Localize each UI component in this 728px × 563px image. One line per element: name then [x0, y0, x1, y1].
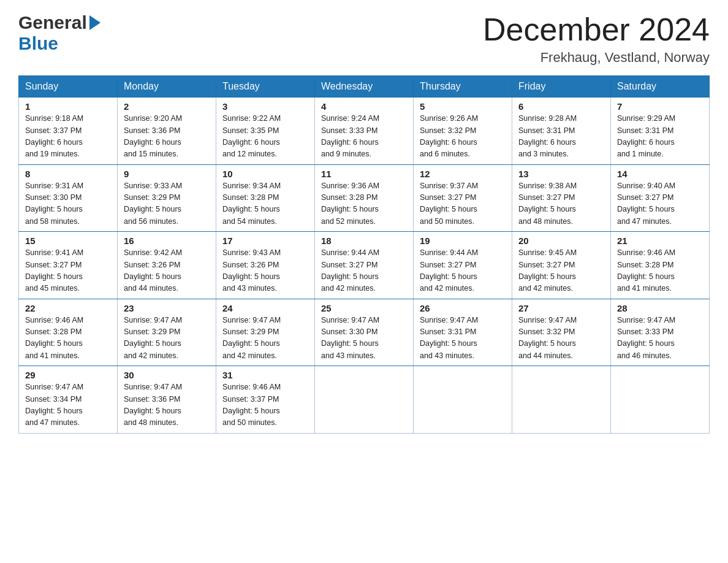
day-info: Sunrise: 9:22 AMSunset: 3:35 PMDaylight:… — [222, 113, 308, 161]
day-info: Sunrise: 9:44 AMSunset: 3:27 PMDaylight:… — [321, 247, 407, 295]
week-row-4: 22 Sunrise: 9:46 AMSunset: 3:28 PMDaylig… — [19, 299, 710, 366]
calendar-cell: 8 Sunrise: 9:31 AMSunset: 3:30 PMDayligh… — [19, 164, 118, 232]
day-info: Sunrise: 9:46 AMSunset: 3:37 PMDaylight:… — [222, 381, 308, 429]
calendar-cell: 13 Sunrise: 9:38 AMSunset: 3:27 PMDaylig… — [512, 164, 611, 232]
calendar-cell: 26 Sunrise: 9:47 AMSunset: 3:31 PMDaylig… — [414, 299, 512, 366]
logo: General Blue — [18, 12, 102, 54]
calendar-cell: 12 Sunrise: 9:37 AMSunset: 3:27 PMDaylig… — [414, 164, 512, 232]
calendar-cell: 7 Sunrise: 9:29 AMSunset: 3:31 PMDayligh… — [611, 98, 710, 165]
day-number: 31 — [222, 370, 308, 380]
day-info: Sunrise: 9:24 AMSunset: 3:33 PMDaylight:… — [321, 113, 407, 161]
day-info: Sunrise: 9:20 AMSunset: 3:36 PMDaylight:… — [124, 113, 210, 161]
day-number: 11 — [321, 169, 407, 179]
calendar-cell: 28 Sunrise: 9:47 AMSunset: 3:33 PMDaylig… — [611, 299, 710, 366]
day-header-wednesday: Wednesday — [315, 76, 414, 98]
day-info: Sunrise: 9:29 AMSunset: 3:31 PMDaylight:… — [617, 113, 703, 161]
day-number: 7 — [617, 101, 703, 112]
week-row-3: 15 Sunrise: 9:41 AMSunset: 3:27 PMDaylig… — [19, 232, 710, 299]
day-number: 27 — [518, 303, 604, 313]
day-info: Sunrise: 9:47 AMSunset: 3:34 PMDaylight:… — [25, 381, 111, 429]
day-info: Sunrise: 9:31 AMSunset: 3:30 PMDaylight:… — [25, 180, 111, 228]
day-number: 25 — [321, 303, 407, 313]
day-number: 4 — [321, 101, 407, 112]
day-info: Sunrise: 9:41 AMSunset: 3:27 PMDaylight:… — [25, 247, 111, 295]
calendar-cell: 10 Sunrise: 9:34 AMSunset: 3:28 PMDaylig… — [216, 164, 315, 232]
day-info: Sunrise: 9:36 AMSunset: 3:28 PMDaylight:… — [321, 180, 407, 228]
day-number: 26 — [420, 303, 506, 313]
calendar-cell: 31 Sunrise: 9:46 AMSunset: 3:37 PMDaylig… — [216, 366, 315, 434]
calendar-cell — [512, 366, 611, 434]
calendar-cell: 6 Sunrise: 9:28 AMSunset: 3:31 PMDayligh… — [512, 98, 611, 165]
calendar-table: SundayMondayTuesdayWednesdayThursdayFrid… — [18, 75, 710, 434]
day-header-friday: Friday — [512, 76, 611, 98]
day-number: 30 — [124, 370, 210, 380]
day-number: 5 — [420, 101, 506, 112]
day-number: 6 — [518, 101, 604, 112]
day-info: Sunrise: 9:47 AMSunset: 3:30 PMDaylight:… — [321, 315, 407, 362]
calendar-cell: 24 Sunrise: 9:47 AMSunset: 3:29 PMDaylig… — [216, 299, 315, 366]
day-number: 23 — [124, 303, 210, 313]
day-number: 2 — [124, 101, 210, 112]
day-info: Sunrise: 9:42 AMSunset: 3:26 PMDaylight:… — [124, 247, 210, 295]
day-info: Sunrise: 9:45 AMSunset: 3:27 PMDaylight:… — [518, 247, 604, 295]
calendar-cell: 17 Sunrise: 9:43 AMSunset: 3:26 PMDaylig… — [216, 232, 315, 299]
calendar-cell: 16 Sunrise: 9:42 AMSunset: 3:26 PMDaylig… — [118, 232, 216, 299]
day-info: Sunrise: 9:47 AMSunset: 3:33 PMDaylight:… — [617, 315, 703, 362]
logo-general-text: General — [18, 12, 87, 33]
day-number: 24 — [222, 303, 308, 313]
week-row-5: 29 Sunrise: 9:47 AMSunset: 3:34 PMDaylig… — [19, 366, 710, 434]
day-number: 16 — [124, 236, 210, 246]
day-info: Sunrise: 9:47 AMSunset: 3:32 PMDaylight:… — [518, 315, 604, 362]
calendar-cell — [611, 366, 710, 434]
calendar-cell: 23 Sunrise: 9:47 AMSunset: 3:29 PMDaylig… — [118, 299, 216, 366]
day-number: 21 — [617, 236, 703, 246]
svg-marker-0 — [89, 15, 100, 30]
calendar-cell: 1 Sunrise: 9:18 AMSunset: 3:37 PMDayligh… — [19, 98, 118, 165]
day-number: 12 — [420, 169, 506, 179]
calendar-cell: 19 Sunrise: 9:44 AMSunset: 3:27 PMDaylig… — [414, 232, 512, 299]
day-number: 22 — [25, 303, 111, 313]
calendar-cell: 27 Sunrise: 9:47 AMSunset: 3:32 PMDaylig… — [512, 299, 611, 366]
calendar-cell: 9 Sunrise: 9:33 AMSunset: 3:29 PMDayligh… — [118, 164, 216, 232]
calendar-cell: 18 Sunrise: 9:44 AMSunset: 3:27 PMDaylig… — [315, 232, 414, 299]
day-number: 10 — [222, 169, 308, 179]
day-info: Sunrise: 9:44 AMSunset: 3:27 PMDaylight:… — [420, 247, 506, 295]
calendar-cell — [315, 366, 414, 434]
calendar-cell: 20 Sunrise: 9:45 AMSunset: 3:27 PMDaylig… — [512, 232, 611, 299]
day-number: 9 — [124, 169, 210, 179]
day-info: Sunrise: 9:37 AMSunset: 3:27 PMDaylight:… — [420, 180, 506, 228]
day-info: Sunrise: 9:34 AMSunset: 3:28 PMDaylight:… — [222, 180, 308, 228]
day-info: Sunrise: 9:18 AMSunset: 3:37 PMDaylight:… — [25, 113, 111, 161]
calendar-cell: 3 Sunrise: 9:22 AMSunset: 3:35 PMDayligh… — [216, 98, 315, 165]
day-number: 3 — [222, 101, 308, 112]
title-block: December 2024 Frekhaug, Vestland, Norway — [483, 12, 710, 66]
day-info: Sunrise: 9:40 AMSunset: 3:27 PMDaylight:… — [617, 180, 703, 228]
calendar-header-row: SundayMondayTuesdayWednesdayThursdayFrid… — [19, 76, 710, 98]
calendar-cell — [414, 366, 512, 434]
day-info: Sunrise: 9:43 AMSunset: 3:26 PMDaylight:… — [222, 247, 308, 295]
week-row-1: 1 Sunrise: 9:18 AMSunset: 3:37 PMDayligh… — [19, 98, 710, 165]
week-row-2: 8 Sunrise: 9:31 AMSunset: 3:30 PMDayligh… — [19, 164, 710, 232]
day-number: 17 — [222, 236, 308, 246]
calendar-cell: 29 Sunrise: 9:47 AMSunset: 3:34 PMDaylig… — [19, 366, 118, 434]
calendar-cell: 21 Sunrise: 9:46 AMSunset: 3:28 PMDaylig… — [611, 232, 710, 299]
day-info: Sunrise: 9:47 AMSunset: 3:29 PMDaylight:… — [222, 315, 308, 362]
calendar-cell: 4 Sunrise: 9:24 AMSunset: 3:33 PMDayligh… — [315, 98, 414, 165]
day-info: Sunrise: 9:38 AMSunset: 3:27 PMDaylight:… — [518, 180, 604, 228]
day-info: Sunrise: 9:46 AMSunset: 3:28 PMDaylight:… — [617, 247, 703, 295]
day-info: Sunrise: 9:46 AMSunset: 3:28 PMDaylight:… — [25, 315, 111, 362]
day-number: 18 — [321, 236, 407, 246]
calendar-cell: 15 Sunrise: 9:41 AMSunset: 3:27 PMDaylig… — [19, 232, 118, 299]
day-number: 15 — [25, 236, 111, 246]
day-info: Sunrise: 9:47 AMSunset: 3:29 PMDaylight:… — [124, 315, 210, 362]
day-number: 19 — [420, 236, 506, 246]
day-info: Sunrise: 9:26 AMSunset: 3:32 PMDaylight:… — [420, 113, 506, 161]
day-number: 13 — [518, 169, 604, 179]
day-number: 1 — [25, 101, 111, 112]
page-header: General Blue December 2024 Frekhaug, Ves… — [18, 12, 710, 66]
day-info: Sunrise: 9:47 AMSunset: 3:31 PMDaylight:… — [420, 315, 506, 362]
month-year-title: December 2024 — [483, 12, 710, 47]
day-number: 20 — [518, 236, 604, 246]
day-number: 29 — [25, 370, 111, 380]
day-number: 8 — [25, 169, 111, 179]
